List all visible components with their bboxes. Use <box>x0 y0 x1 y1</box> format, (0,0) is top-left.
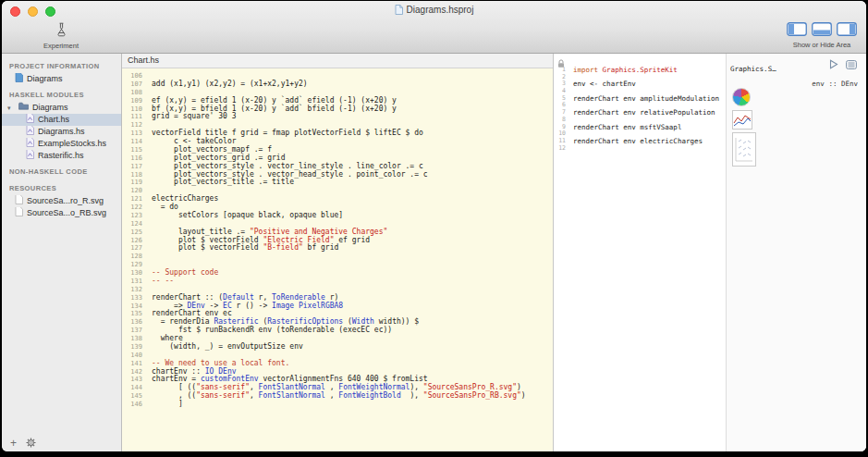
sidebar-item-examplestocks-hs[interactable]: ExampleStocks.hs <box>2 138 121 150</box>
haskell-file-icon <box>26 138 34 150</box>
sidebar-item-rasterific-hs[interactable]: Rasterific.hs <box>2 150 121 162</box>
area-toggles-group: Show or Hide Area <box>783 22 861 49</box>
toggle-bottom-pane-button[interactable] <box>812 22 832 40</box>
console-list-icon[interactable] <box>846 56 857 73</box>
svg-file-icon <box>15 207 23 219</box>
result-import-module: Graphics.S… <box>730 65 776 73</box>
sidebar-folder-diagrams[interactable]: ▾ Diagrams <box>2 102 121 114</box>
sidebar-item-diagrams-project[interactable]: Diagrams <box>2 73 121 85</box>
result-env-type: env :: DEnv <box>812 80 858 88</box>
window-title: Diagrams.hsproj <box>407 5 474 15</box>
experiment-button[interactable]: Experiment <box>37 22 85 50</box>
toggle-right-pane-button[interactable] <box>837 22 857 40</box>
playground-gutter: 123456789101112 <box>554 67 568 152</box>
titlebar[interactable]: Diagrams.hsproj <box>2 1 866 20</box>
result-thumbnail-vector-field[interactable] <box>732 132 756 170</box>
editor-tab-bar: Chart.hs <box>122 54 553 68</box>
result-thumbnail-line-chart[interactable] <box>732 110 752 133</box>
sidebar-item-sourcesanspro-r-svg[interactable]: SourceSa...ro_R.svg <box>2 195 121 207</box>
disclosure-triangle-icon[interactable]: ▾ <box>7 102 15 114</box>
experiment-label: Experiment <box>37 42 85 50</box>
add-file-button[interactable]: + <box>10 438 17 449</box>
window-header: Diagrams.hsproj Experiment <box>2 1 866 54</box>
section-project-information: PROJECT INFORMATION <box>2 60 121 73</box>
project-document-icon <box>15 73 23 85</box>
sidebar-item-chart-hs[interactable]: Chart.hs <box>2 114 121 126</box>
section-haskell-modules: HASKELL MODULES <box>2 89 121 102</box>
project-sidebar: PROJECT INFORMATION Diagrams HASKELL MOD… <box>2 54 122 451</box>
svg-file-icon <box>15 195 23 207</box>
folder-icon <box>18 102 29 114</box>
app-window: Diagrams.hsproj Experiment <box>2 1 866 451</box>
sidebar-bottom-bar: + <box>2 435 36 451</box>
section-resources: RESOURCES <box>2 182 121 195</box>
playground-code[interactable]: import Graphics.SpriteKit env <- chartEn… <box>573 67 727 152</box>
editor-gutter: 1061071081091101111121131141151161171181… <box>122 72 146 451</box>
toolbar: Experiment Show or Hide Area <box>2 20 866 54</box>
proxy-document-icon <box>395 5 403 17</box>
editor-code[interactable]: add (x1,y1) (x2,y2) = (x1+x2,y1+y2) ef (… <box>146 72 553 451</box>
main-content: PROJECT INFORMATION Diagrams HASKELL MOD… <box>2 54 866 451</box>
haskell-file-icon <box>26 150 34 162</box>
haskell-file-icon <box>26 126 34 138</box>
result-thumbnail-pie-chart[interactable] <box>732 88 751 106</box>
haskell-file-icon <box>26 114 34 126</box>
sidebar-item-sourcesanspro-rb-svg[interactable]: SourceSa...o_RB.svg <box>2 207 121 219</box>
editor-body: 1061071081091101111121131141151161171181… <box>122 68 553 451</box>
playground-results: Graphics.S… env :: DEnv <box>726 54 866 451</box>
area-toggles-label: Show or Hide Area <box>783 41 861 49</box>
playground-pane: 123456789101112 import Graphics.SpriteKi… <box>554 54 866 451</box>
editor-pane: Chart.hs 1061071081091101111121131141151… <box>122 54 554 451</box>
tab-chart-hs[interactable]: Chart.hs <box>128 56 159 65</box>
playground-actions <box>829 56 857 73</box>
gear-icon[interactable] <box>26 435 36 451</box>
sidebar-item-diagrams-hs[interactable]: Diagrams.hs <box>2 126 121 138</box>
run-playground-button[interactable] <box>829 56 838 73</box>
section-non-haskell-code: NON-HASKELL CODE <box>2 166 121 179</box>
toggle-left-pane-button[interactable] <box>787 22 807 40</box>
flask-icon <box>55 24 68 40</box>
window-title-group: Diagrams.hsproj <box>2 5 866 17</box>
